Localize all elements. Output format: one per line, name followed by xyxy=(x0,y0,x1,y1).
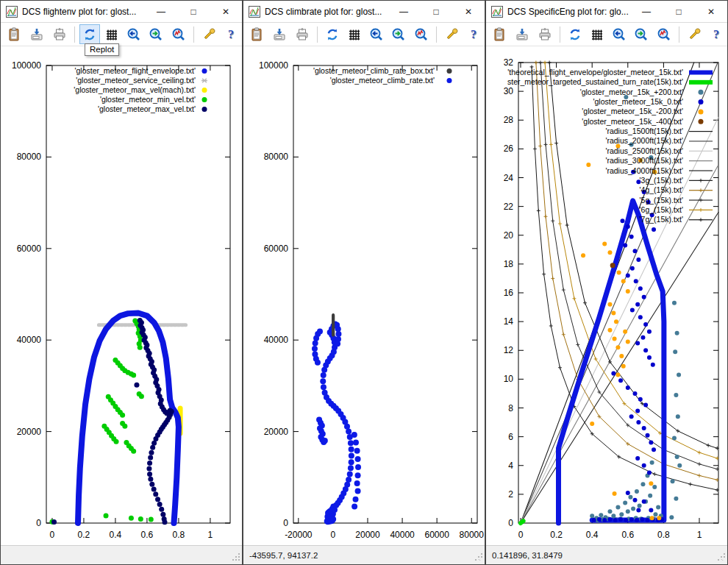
svg-text:ster_meteor_targeted_sustained: ster_meteor_targeted_sustained_turn_rate… xyxy=(507,77,683,86)
replot-button[interactable] xyxy=(79,24,100,44)
series-climb-rate-box xyxy=(332,313,335,337)
export-to-file-button[interactable] xyxy=(512,24,532,44)
svg-text:'gloster_meteor_min_vel.txt': 'gloster_meteor_min_vel.txt' xyxy=(100,95,196,104)
maximize-button[interactable]: □ xyxy=(663,1,695,22)
svg-text:0: 0 xyxy=(283,518,288,528)
help-button[interactable]: ?? xyxy=(706,24,727,44)
grid-icon xyxy=(347,27,362,42)
plot-frame: -200000200004000060000800000200004000060… xyxy=(259,60,484,540)
svg-text:-20000: -20000 xyxy=(285,530,313,540)
zoom-next-button[interactable] xyxy=(631,24,652,44)
print-button[interactable] xyxy=(291,24,312,44)
options-button[interactable] xyxy=(199,24,219,44)
svg-text:'6g_(15k).txt': '6g_(15k).txt' xyxy=(640,205,683,214)
zoom-icon xyxy=(657,27,671,42)
help-button[interactable]: ?? xyxy=(463,24,484,44)
desktop: DCS flightenv plot for: glost... — □ ✕ ?… xyxy=(0,0,728,565)
zoom-previous-button[interactable] xyxy=(124,24,144,44)
print-button[interactable] xyxy=(49,24,69,44)
resize-grip[interactable] xyxy=(718,553,726,563)
grid-button[interactable] xyxy=(344,24,365,44)
plot-area: -200000200004000060000800000200004000060… xyxy=(243,46,485,545)
printer-icon xyxy=(295,27,310,42)
gnuplot-app-icon xyxy=(249,6,260,18)
titlebar[interactable]: DCS flightenv plot for: glost... — □ ✕ xyxy=(1,1,242,23)
plot-area: Replot 00.20.40.60.810200004000060000800… xyxy=(1,46,242,545)
plot-area: 00.20.40.60.8102468101214161820222426283… xyxy=(486,46,727,545)
replot-icon xyxy=(568,27,582,42)
svg-text:4: 4 xyxy=(508,461,513,471)
svg-text:24: 24 xyxy=(504,173,514,183)
svg-text:1: 1 xyxy=(697,530,702,540)
zoom-button[interactable] xyxy=(653,24,674,44)
svg-text:26: 26 xyxy=(504,143,514,154)
svg-text:32: 32 xyxy=(504,57,514,68)
copy-to-clipboard-button[interactable] xyxy=(247,24,268,44)
replot-button[interactable] xyxy=(322,24,343,44)
svg-text:6: 6 xyxy=(508,432,513,442)
maximize-button[interactable]: □ xyxy=(420,1,452,22)
export-to-file-button[interactable] xyxy=(26,24,47,44)
zoom-previous-button[interactable] xyxy=(366,24,387,44)
toolbar-separator xyxy=(436,26,437,43)
titlebar[interactable]: DCS SpecificEng plot for: glo... — □ ✕ xyxy=(486,1,727,23)
svg-text:'theoretical_flight_envelope/g: 'theoretical_flight_envelope/gloster_met… xyxy=(507,68,683,77)
titlebar[interactable]: DCS climbrate plot for: glost... — □ ✕ xyxy=(243,1,485,23)
minimize-button[interactable]: — xyxy=(630,1,663,22)
close-button[interactable]: ✕ xyxy=(452,1,485,22)
svg-text:'gloster_meteor_15k_0.txt': 'gloster_meteor_15k_0.txt' xyxy=(593,97,684,106)
resize-grip[interactable] xyxy=(475,553,483,563)
svg-text:'radius_1500ft(15k).txt': 'radius_1500ft(15k).txt' xyxy=(605,127,683,135)
zoom-next-icon xyxy=(149,27,163,42)
print-button[interactable] xyxy=(534,24,554,44)
svg-text:?: ? xyxy=(471,28,477,40)
svg-text:0.6: 0.6 xyxy=(621,530,634,540)
toolbar: ?? xyxy=(486,23,727,46)
zoom-button[interactable] xyxy=(168,24,188,44)
help-button[interactable]: ?? xyxy=(221,24,241,44)
zoom-previous-button[interactable] xyxy=(609,24,629,44)
svg-text:2: 2 xyxy=(508,489,513,500)
svg-text:14: 14 xyxy=(504,316,514,327)
close-button[interactable]: ✕ xyxy=(210,1,242,22)
zoom-next-button[interactable] xyxy=(146,24,166,44)
svg-text:60000: 60000 xyxy=(424,530,449,540)
flightenv-plot-canvas[interactable]: 00.20.40.60.8102000040000600008000010000… xyxy=(1,46,242,545)
help-icon: ?? xyxy=(466,27,481,42)
minimize-button[interactable]: — xyxy=(145,1,177,22)
resize-grip[interactable] xyxy=(232,553,240,563)
wrench-icon xyxy=(444,27,459,42)
toolbar-separator xyxy=(317,26,318,43)
copy-to-clipboard-button[interactable] xyxy=(490,24,510,44)
export-to-file-button[interactable] xyxy=(269,24,290,44)
options-button[interactable] xyxy=(441,24,462,44)
svg-text:0.8: 0.8 xyxy=(173,530,185,540)
svg-text:?: ? xyxy=(228,28,234,40)
replot-button[interactable] xyxy=(565,24,585,44)
zoom-button[interactable] xyxy=(410,24,431,44)
svg-text:40000: 40000 xyxy=(17,335,42,345)
climbrate-plot-canvas[interactable]: -200000200004000060000800000200004000060… xyxy=(243,46,485,545)
close-button[interactable]: ✕ xyxy=(695,1,727,22)
zoom-next-icon xyxy=(634,27,649,42)
grid-button[interactable] xyxy=(101,24,122,44)
specificeng-plot-canvas[interactable]: 00.20.40.60.8102468101214161820222426283… xyxy=(486,46,727,545)
copy-to-clipboard-button[interactable] xyxy=(4,24,25,44)
grid-button[interactable] xyxy=(587,24,607,44)
svg-text:28: 28 xyxy=(504,115,514,125)
svg-text:'radius_3000ft(15k).txt': 'radius_3000ft(15k).txt' xyxy=(605,156,683,165)
svg-text:1: 1 xyxy=(208,530,213,540)
svg-text:0: 0 xyxy=(50,530,55,540)
grid-icon xyxy=(590,27,604,42)
save-icon xyxy=(515,27,529,42)
svg-text:18: 18 xyxy=(504,259,514,269)
svg-text:40000: 40000 xyxy=(390,530,415,540)
svg-text:?: ? xyxy=(713,28,719,40)
zoom-next-button[interactable] xyxy=(388,24,409,44)
svg-text:0.4: 0.4 xyxy=(586,530,599,540)
minimize-button[interactable]: — xyxy=(388,1,420,22)
gnuplot-app-icon xyxy=(491,6,503,18)
options-button[interactable] xyxy=(684,24,704,44)
maximize-button[interactable]: □ xyxy=(177,1,210,22)
svg-text:100000: 100000 xyxy=(12,60,41,71)
